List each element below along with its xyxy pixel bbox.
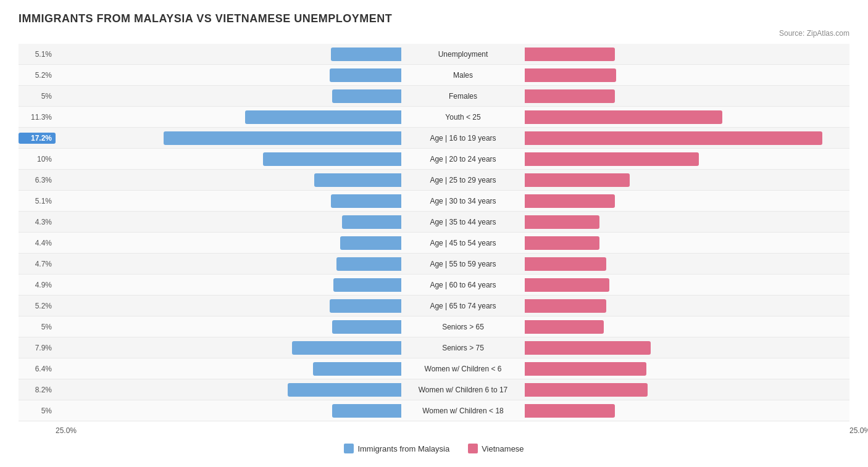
left-value: 17.2% <box>19 133 56 144</box>
row-label: Age | 60 to 64 years <box>401 281 525 289</box>
right-bar <box>525 152 699 166</box>
left-bar <box>164 131 401 145</box>
left-value: 11.3% <box>19 113 56 122</box>
chart-row: 5.1% Age | 30 to 34 years 6.5% <box>19 191 849 212</box>
chart-row: 5.1% Unemployment 6.5% <box>19 44 849 65</box>
left-value: 5% <box>19 92 56 101</box>
legend: Immigrants from Malaysia Vietnamese <box>19 444 849 453</box>
chart-row: 17.2% Age | 16 to 19 years 21.5% <box>19 128 849 149</box>
legend-left: Immigrants from Malaysia <box>344 444 449 453</box>
left-value: 5% <box>19 407 56 415</box>
left-bar-area <box>56 48 401 61</box>
left-bar-area <box>56 299 401 313</box>
row-label: Women w/ Children 6 to 17 <box>401 386 525 394</box>
chart-row: 4.7% Age | 55 to 59 years 5.9% <box>19 254 849 275</box>
row-label: Seniors > 75 <box>401 344 525 352</box>
right-bar-area <box>525 48 868 61</box>
left-value: 5.2% <box>19 71 56 80</box>
right-bar <box>525 278 609 292</box>
chart-row: 4.3% Age | 35 to 44 years 5.4% <box>19 212 849 233</box>
legend-left-box <box>344 444 354 453</box>
right-bar <box>525 383 648 397</box>
chart-row: 5% Women w/ Children < 18 6.5% <box>19 400 849 421</box>
left-bar-area <box>56 68 401 82</box>
row-label: Age | 65 to 74 years <box>401 302 525 310</box>
left-bar <box>292 341 401 355</box>
left-bar-area <box>56 131 401 145</box>
chart-row: 4.4% Age | 45 to 54 years 5.4% <box>19 233 849 254</box>
chart-row: 11.3% Youth < 25 14.3% <box>19 107 849 128</box>
left-bar-area <box>56 404 401 418</box>
right-bar <box>525 68 616 82</box>
right-bar <box>525 110 722 124</box>
right-bar-area <box>525 68 868 82</box>
left-bar-area <box>56 362 401 376</box>
row-label: Age | 16 to 19 years <box>401 134 525 143</box>
left-bar-area <box>56 278 401 292</box>
left-bar <box>245 110 401 124</box>
left-bar <box>313 362 401 376</box>
chart-row: 5% Females 6.5% <box>19 86 849 107</box>
chart-row: 5% Seniors > 65 5.7% <box>19 316 849 337</box>
right-bar-area <box>525 257 868 271</box>
chart-row: 4.9% Age | 60 to 64 years 6.1% <box>19 275 849 295</box>
right-bar-area <box>525 299 868 313</box>
right-bar <box>525 89 615 103</box>
right-bar-area <box>525 194 868 208</box>
legend-right: Vietnamese <box>468 444 524 453</box>
right-bar-area <box>525 320 868 334</box>
left-bar <box>331 48 401 61</box>
right-bar-area <box>525 152 868 166</box>
legend-left-label: Immigrants from Malaysia <box>357 444 449 453</box>
axis-right-label: 25.0% <box>849 426 868 435</box>
left-value: 4.7% <box>19 260 56 268</box>
left-bar <box>263 152 401 166</box>
right-bar-area <box>525 236 868 250</box>
row-label: Age | 30 to 34 years <box>401 197 525 205</box>
row-label: Males <box>401 71 525 80</box>
left-bar-area <box>56 110 401 124</box>
chart-container: 5.1% Unemployment 6.5% 5.2% Males 6.6% 5… <box>19 44 849 421</box>
axis-left-label: 25.0% <box>56 426 77 435</box>
source-label: Source: ZipAtlas.com <box>19 29 849 38</box>
left-bar <box>330 299 401 313</box>
right-bar-area <box>525 404 868 418</box>
right-bar <box>525 362 646 376</box>
chart-row: 6.4% Women w/ Children < 6 8.8% <box>19 358 849 379</box>
legend-right-label: Vietnamese <box>482 444 524 453</box>
row-label: Age | 45 to 54 years <box>401 239 525 247</box>
right-bar <box>525 215 599 229</box>
chart-row: 5.2% Age | 65 to 74 years 5.9% <box>19 295 849 316</box>
left-value: 10% <box>19 155 56 163</box>
chart-row: 7.9% Seniors > 75 9.1% <box>19 337 849 358</box>
row-label: Females <box>401 92 525 101</box>
right-bar <box>525 257 606 271</box>
legend-right-box <box>468 444 478 453</box>
left-bar-area <box>56 215 401 229</box>
chart-row: 5.2% Males 6.6% <box>19 65 849 86</box>
left-bar <box>330 68 401 82</box>
left-bar <box>332 320 401 334</box>
chart-row: 8.2% Women w/ Children 6 to 17 8.9% <box>19 379 849 400</box>
left-bar-area <box>56 89 401 103</box>
row-label: Seniors > 65 <box>401 323 525 331</box>
left-bar-area <box>56 236 401 250</box>
left-bar-area <box>56 194 401 208</box>
right-bar-area <box>525 341 868 355</box>
left-value: 6.4% <box>19 365 56 373</box>
right-bar-area <box>525 110 868 124</box>
left-bar-area <box>56 383 401 397</box>
row-label: Age | 35 to 44 years <box>401 218 525 226</box>
right-bar <box>525 131 822 145</box>
row-label: Women w/ Children < 6 <box>401 365 525 373</box>
right-bar <box>525 341 651 355</box>
row-label: Age | 20 to 24 years <box>401 155 525 163</box>
row-label: Unemployment <box>401 50 525 59</box>
left-bar-area <box>56 257 401 271</box>
left-bar <box>332 89 401 103</box>
left-bar <box>336 257 401 271</box>
right-bar-area <box>525 89 868 103</box>
left-bar <box>288 383 401 397</box>
left-bar-area <box>56 152 401 166</box>
right-bar-area <box>525 278 868 292</box>
